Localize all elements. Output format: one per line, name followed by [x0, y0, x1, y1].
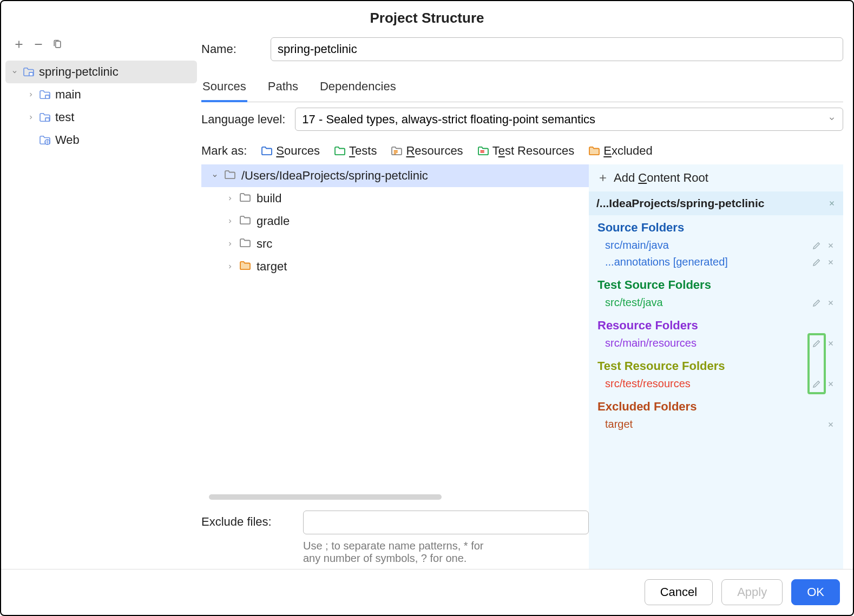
folder-row-gradle[interactable]: gradle [216, 210, 589, 233]
edit-icon[interactable] [812, 257, 822, 267]
test-source-folders-title: Test Source Folders [597, 278, 835, 294]
folder-label: target [257, 260, 287, 274]
folder-label: gradle [257, 214, 290, 228]
module-child-label: Web [55, 133, 80, 147]
edit-icon[interactable] [812, 298, 822, 308]
add-module-icon[interactable] [13, 38, 25, 53]
source-folder-item: src/main/java [597, 237, 835, 254]
svg-rect-0 [56, 41, 61, 48]
tab-sources[interactable]: Sources [201, 74, 247, 102]
folder-icon [239, 191, 251, 206]
remove-icon[interactable] [827, 380, 835, 388]
content-roots-panel: Add Content Root /...IdeaProjects/spring… [589, 164, 843, 569]
chevron-down-icon [11, 69, 18, 75]
module-root-label: spring-petclinic [39, 65, 119, 79]
content-root-path-header[interactable]: /...IdeaProjects/spring-petclinic [589, 191, 843, 215]
remove-icon[interactable] [827, 299, 835, 307]
chevron-right-icon [27, 91, 35, 98]
remove-root-icon[interactable] [828, 200, 836, 207]
folder-row-target[interactable]: target [216, 255, 589, 278]
module-folder-icon [39, 90, 51, 100]
test-source-folder-item: src/test/java [597, 294, 835, 311]
module-child-label: test [55, 110, 74, 124]
resource-folders-title: Resource Folders [597, 319, 835, 335]
excluded-folders-title: Excluded Folders [597, 400, 835, 416]
copy-module-icon[interactable] [52, 38, 63, 53]
module-root[interactable]: spring-petclinic [5, 61, 197, 83]
svg-rect-3 [45, 118, 49, 121]
chevron-right-icon [226, 195, 234, 202]
mark-sources-button[interactable]: Sources [261, 144, 320, 158]
module-folder-icon [23, 67, 35, 77]
apply-button[interactable]: Apply [721, 579, 783, 605]
remove-icon[interactable] [827, 242, 835, 249]
edit-icon[interactable] [812, 241, 822, 250]
source-folders-title: Source Folders [597, 221, 835, 237]
mark-excluded-button[interactable]: Excluded [588, 144, 653, 158]
dialog-footer: Cancel Apply OK [1, 569, 853, 615]
mark-test-resources-button[interactable]: Test Resources [477, 144, 575, 158]
exclude-files-label: Exclude files: [201, 511, 293, 529]
name-input[interactable] [271, 37, 843, 61]
cancel-button[interactable]: Cancel [645, 579, 713, 605]
horizontal-scrollbar[interactable] [209, 494, 442, 500]
folder-label: src [257, 237, 272, 251]
excluded-folder-item: target [597, 416, 835, 433]
tab-paths[interactable]: Paths [267, 74, 299, 102]
remove-icon[interactable] [827, 259, 835, 266]
edit-icon[interactable] [812, 379, 822, 389]
folder-row-src[interactable]: src [216, 233, 589, 255]
svg-rect-2 [45, 95, 49, 98]
edit-icon[interactable] [812, 339, 822, 348]
module-toolbar [5, 36, 197, 61]
test-resource-folder-item: src/test/resources [597, 375, 835, 392]
language-level-select[interactable]: 17 - Sealed types, always-strict floatin… [295, 108, 843, 131]
module-child-test[interactable]: test [22, 106, 197, 129]
folder-icon [239, 237, 251, 251]
web-folder-icon [39, 135, 51, 145]
module-child-label: main [55, 88, 81, 102]
remove-module-icon[interactable] [32, 38, 44, 53]
mark-tests-button[interactable]: Tests [334, 144, 377, 158]
mark-resources-button[interactable]: Resources [391, 144, 463, 158]
folder-row-build[interactable]: build [216, 187, 589, 210]
chevron-down-icon [211, 173, 219, 179]
folder-icon [239, 214, 251, 228]
name-label: Name: [201, 42, 261, 56]
excluded-folder-icon [239, 260, 251, 274]
chevron-right-icon [27, 114, 35, 121]
exclude-files-help: Use ; to separate name patterns, * for a… [303, 540, 552, 565]
module-child-web[interactable]: Web [22, 129, 197, 151]
module-folder-icon [39, 112, 51, 122]
add-content-root-button[interactable]: Add Content Root [589, 164, 843, 191]
chevron-right-icon [226, 218, 234, 224]
mark-as-label: Mark as: [201, 144, 247, 158]
language-level-label: Language level: [201, 112, 285, 127]
chevron-right-icon [226, 241, 234, 247]
folder-label: build [257, 191, 281, 206]
resource-folder-item: src/main/resources [597, 335, 835, 352]
folder-icon [224, 169, 236, 183]
module-child-main[interactable]: main [22, 83, 197, 106]
content-root-row[interactable]: /Users/IdeaProjects/spring-petclinic [201, 164, 589, 187]
exclude-files-input[interactable] [303, 511, 589, 534]
tabs: Sources Paths Dependencies [201, 67, 843, 102]
remove-icon[interactable] [827, 421, 835, 428]
content-root-path: /Users/IdeaProjects/spring-petclinic [241, 169, 428, 183]
dialog-title: Project Structure [1, 1, 853, 32]
ok-button[interactable]: OK [791, 579, 840, 605]
test-resource-folders-title: Test Resource Folders [597, 359, 835, 375]
chevron-right-icon [226, 263, 234, 270]
remove-icon[interactable] [827, 340, 835, 347]
source-folder-item: ...annotations [generated] [597, 254, 835, 270]
tab-dependencies[interactable]: Dependencies [319, 74, 397, 102]
content-root-tree[interactable]: /Users/IdeaProjects/spring-petclinic bui… [201, 164, 589, 491]
svg-rect-1 [29, 72, 33, 76]
module-tree-panel: spring-petclinic main test [1, 32, 201, 569]
